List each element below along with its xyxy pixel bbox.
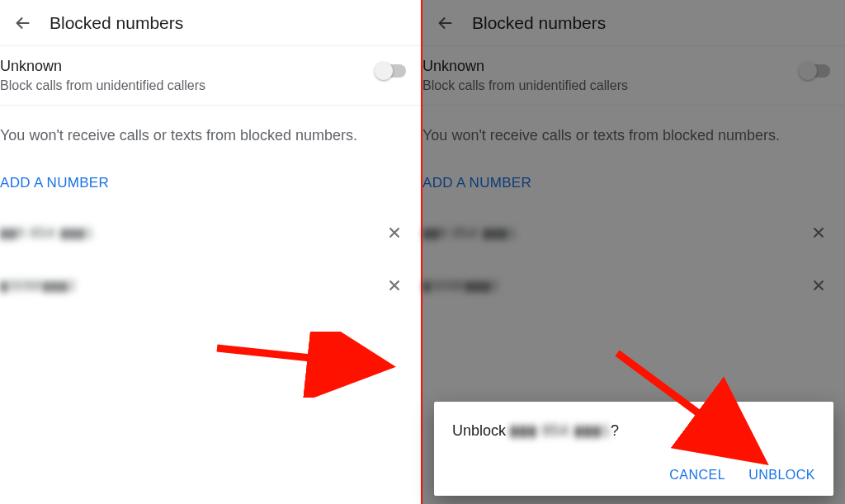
info-text: You won't receive calls or texts from bl…	[0, 106, 421, 145]
unknown-subtitle: Block calls from unidentified callers	[0, 78, 408, 93]
blocked-number-value: ▮▮8 854 ▮▮▮1	[0, 224, 94, 242]
blocked-number-row: ▮3098▮▮▮2	[0, 259, 421, 312]
screen-blocked-numbers-left: Blocked numbers Unknown Block calls from…	[0, 0, 422, 504]
dialog-prefix: Unblock	[452, 422, 510, 439]
page-title: Blocked numbers	[50, 13, 183, 33]
unknown-toggle[interactable]	[376, 64, 406, 78]
remove-number-icon[interactable]	[383, 221, 406, 244]
cancel-button[interactable]: CANCEL	[669, 468, 725, 483]
unblock-dialog: Unblock ▮▮▮ 854 ▮▮▮1? CANCEL UNBLOCK	[434, 402, 833, 496]
header: Blocked numbers	[0, 0, 421, 46]
blocked-number-value: ▮3098▮▮▮2	[0, 277, 76, 294]
dialog-number: ▮▮▮ 854 ▮▮▮1	[510, 422, 611, 439]
unblock-button[interactable]: UNBLOCK	[748, 468, 815, 483]
add-number-button[interactable]: ADD A NUMBER	[0, 175, 421, 191]
unknown-title: Unknown	[0, 58, 408, 75]
remove-number-icon[interactable]	[383, 274, 406, 297]
unknown-section: Unknown Block calls from unidentified ca…	[0, 46, 421, 106]
dialog-suffix: ?	[611, 422, 619, 439]
blocked-number-row: ▮▮8 854 ▮▮▮1	[0, 206, 421, 259]
dialog-text: Unblock ▮▮▮ 854 ▮▮▮1?	[452, 422, 815, 440]
screen-blocked-numbers-right: Blocked numbers Unknown Block calls from…	[422, 0, 845, 504]
back-icon[interactable]	[7, 7, 40, 40]
